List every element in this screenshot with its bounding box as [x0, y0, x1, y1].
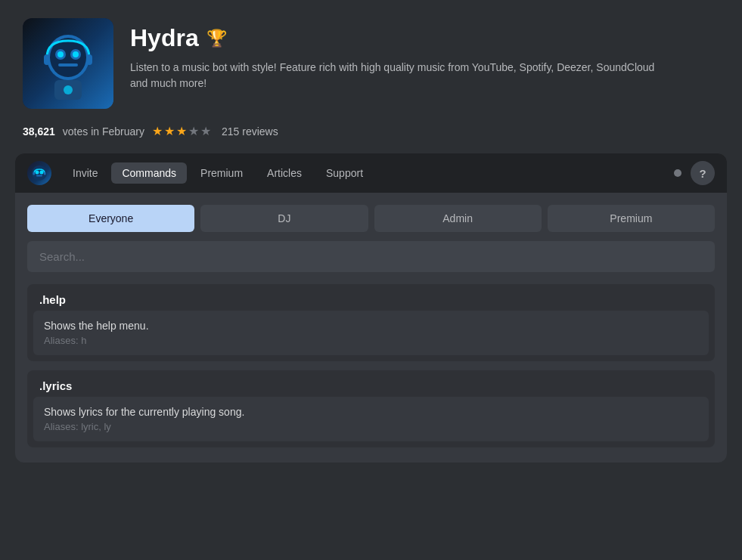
bot-avatar — [23, 18, 113, 109]
svg-point-4 — [57, 51, 64, 57]
command-desc-help: Shows the help menu. — [44, 320, 698, 332]
command-aliases-help: Aliases: h — [44, 335, 698, 346]
status-dot — [674, 169, 681, 177]
command-name-help: .help — [27, 284, 715, 311]
svg-rect-8 — [44, 54, 50, 65]
votes-row: 38,621 votes in February ★ ★ ★ ★ ★ 215 r… — [0, 124, 742, 153]
nav-premium[interactable]: Premium — [190, 162, 253, 184]
svg-point-11 — [64, 85, 73, 94]
help-button[interactable]: ? — [691, 161, 715, 185]
svg-rect-16 — [33, 172, 36, 175]
tab-admin[interactable]: Admin — [374, 205, 542, 232]
stars: ★ ★ ★ ★ ★ — [152, 124, 211, 138]
filter-tabs: Everyone DJ Admin Premium — [15, 193, 727, 241]
tab-everyone[interactable]: Everyone — [27, 205, 194, 232]
star-1: ★ — [152, 124, 163, 138]
bot-title: Hydra 🏆 — [130, 24, 660, 52]
tab-dj[interactable]: DJ — [200, 205, 368, 232]
bot-description: Listen to a music bot with style! Featur… — [130, 60, 660, 91]
bot-badge: 🏆 — [206, 29, 227, 48]
votes-label: votes in February — [63, 125, 144, 138]
svg-rect-9 — [86, 54, 92, 65]
svg-point-6 — [73, 51, 79, 57]
commands-list: .help Shows the help menu. Aliases: h .l… — [15, 284, 727, 463]
votes-count: 38,621 — [23, 125, 55, 138]
star-4: ★ — [188, 124, 199, 138]
svg-point-14 — [40, 171, 44, 175]
svg-rect-17 — [44, 172, 46, 175]
star-5: ★ — [200, 124, 211, 138]
svg-point-13 — [36, 171, 39, 175]
nav-articles[interactable]: Articles — [256, 162, 312, 184]
star-3: ★ — [176, 124, 187, 138]
tab-premium[interactable]: Premium — [548, 205, 715, 232]
command-body-lyrics: Shows lyrics for the currently playing s… — [33, 397, 709, 441]
command-aliases-lyrics: Aliases: lyric, ly — [44, 421, 698, 432]
search-input[interactable] — [27, 241, 715, 272]
main-panel: Invite Commands Premium Articles Support… — [15, 153, 727, 463]
star-2: ★ — [164, 124, 175, 138]
command-card-lyrics: .lyrics Shows lyrics for the currently p… — [27, 370, 715, 447]
nav-bar: Invite Commands Premium Articles Support… — [15, 153, 727, 193]
command-name-lyrics: .lyrics — [27, 370, 715, 397]
command-body-help: Shows the help menu. Aliases: h — [33, 311, 709, 355]
command-desc-lyrics: Shows lyrics for the currently playing s… — [44, 406, 698, 418]
nav-invite[interactable]: Invite — [62, 162, 108, 184]
command-card-help: .help Shows the help menu. Aliases: h — [27, 284, 715, 361]
nav-support[interactable]: Support — [315, 162, 374, 184]
svg-rect-7 — [58, 63, 78, 67]
nav-logo — [27, 161, 51, 185]
bot-header: Hydra 🏆 Listen to a music bot with style… — [0, 0, 742, 124]
svg-rect-15 — [36, 175, 42, 177]
bot-name: Hydra — [130, 24, 199, 52]
bot-info: Hydra 🏆 Listen to a music bot with style… — [130, 18, 660, 91]
nav-commands[interactable]: Commands — [111, 162, 187, 184]
search-container — [15, 241, 727, 284]
reviews: 215 reviews — [222, 125, 278, 138]
